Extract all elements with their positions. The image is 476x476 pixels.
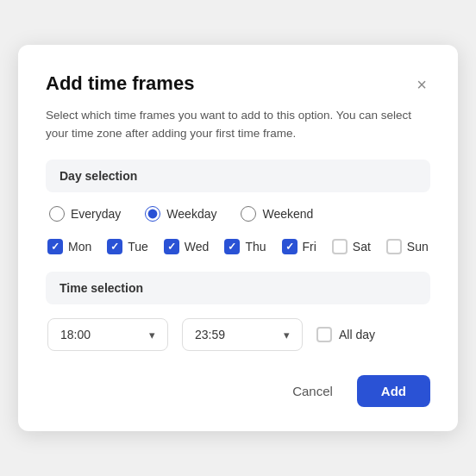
end-time-arrow-icon: ▾	[284, 329, 290, 341]
day-sun-label: Sun	[407, 240, 429, 254]
radio-everyday-input[interactable]	[49, 206, 65, 222]
add-button[interactable]: Add	[357, 375, 430, 407]
days-row: ✓ Mon ✓ Tue ✓ Wed ✓ Thu ✓ Fri Sat	[46, 239, 430, 254]
start-time-value: 18:00	[60, 328, 91, 341]
day-wed[interactable]: ✓ Wed	[164, 239, 210, 254]
day-sat[interactable]: Sat	[332, 239, 371, 254]
end-time-dropdown[interactable]: 23:59 ▾	[182, 318, 303, 351]
time-selection-header: Time selection	[46, 272, 430, 304]
radio-weekend[interactable]: Weekend	[241, 206, 313, 222]
day-sun[interactable]: Sun	[386, 239, 429, 254]
day-sat-label: Sat	[353, 240, 371, 254]
radio-weekday-label: Weekday	[166, 207, 216, 221]
checkbox-thu[interactable]: ✓	[224, 239, 240, 254]
day-fri-label: Fri	[303, 240, 316, 254]
radio-weekday-input[interactable]	[145, 206, 160, 222]
checkbox-sat[interactable]	[332, 239, 348, 254]
end-time-value: 23:59	[195, 328, 225, 341]
day-wed-label: Wed	[185, 240, 210, 254]
add-time-frames-dialog: Add time frames × Select which time fram…	[18, 45, 458, 432]
cancel-button[interactable]: Cancel	[279, 375, 347, 407]
allday-text: All day	[339, 328, 375, 341]
checkbox-sun[interactable]	[386, 239, 402, 254]
start-time-arrow-icon: ▾	[149, 329, 155, 341]
radio-group: Everyday Weekday Weekend	[46, 206, 430, 222]
radio-weekday[interactable]: Weekday	[145, 206, 216, 222]
radio-everyday[interactable]: Everyday	[49, 206, 121, 222]
radio-weekend-label: Weekend	[262, 207, 313, 221]
dialog-header: Add time frames ×	[46, 72, 430, 95]
dialog-footer: Cancel Add	[46, 375, 430, 407]
allday-label[interactable]: All day	[316, 327, 375, 342]
start-time-dropdown[interactable]: 18:00 ▾	[47, 318, 168, 351]
allday-checkbox[interactable]	[316, 327, 332, 342]
day-mon[interactable]: ✓ Mon	[47, 239, 91, 254]
checkbox-tue[interactable]: ✓	[107, 239, 122, 254]
day-fri[interactable]: ✓ Fri	[282, 239, 316, 254]
dialog-description: Select which time frames you want to add…	[46, 107, 430, 143]
close-button[interactable]: ×	[413, 74, 430, 95]
day-mon-label: Mon	[68, 240, 91, 254]
day-selection-header: Day selection	[46, 160, 430, 192]
checkbox-mon[interactable]: ✓	[47, 239, 63, 254]
day-tue-label: Tue	[128, 240, 148, 254]
day-thu[interactable]: ✓ Thu	[224, 239, 266, 254]
dialog-title: Add time frames	[46, 72, 194, 95]
checkbox-fri[interactable]: ✓	[282, 239, 298, 254]
day-thu-label: Thu	[245, 240, 266, 254]
checkbox-wed[interactable]: ✓	[164, 239, 179, 254]
radio-weekend-input[interactable]	[241, 206, 256, 222]
radio-everyday-label: Everyday	[71, 207, 121, 221]
time-row: 18:00 ▾ 23:59 ▾ All day	[46, 318, 430, 351]
day-tue[interactable]: ✓ Tue	[107, 239, 148, 254]
